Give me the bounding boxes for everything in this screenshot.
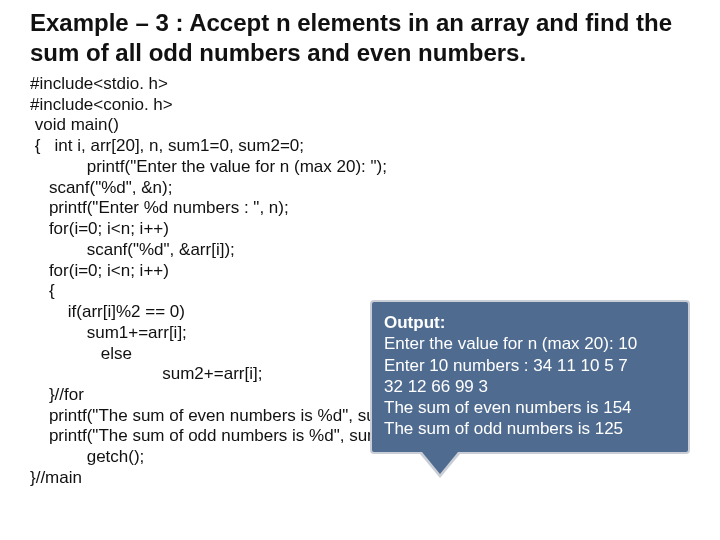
output-line: Enter 10 numbers : 34 11 10 5 7 [384, 355, 676, 376]
code-line: #include<stdio. h> [30, 74, 168, 93]
code-line: }//for [30, 385, 84, 404]
output-line: Enter the value for n (max 20): 10 [384, 333, 676, 354]
code-line: }//main [30, 468, 82, 487]
code-line: for(i=0; i<n; i++) [30, 261, 169, 280]
code-line: printf("The sum of even numbers is %d", … [30, 406, 410, 425]
code-line: printf("The sum of odd numbers is %d", s… [30, 426, 401, 445]
code-line: printf("Enter the value for n (max 20): … [30, 157, 387, 176]
code-line: { [30, 281, 55, 300]
code-line: void main() [30, 115, 119, 134]
code-line: printf("Enter %d numbers : ", n); [30, 198, 289, 217]
code-line: else [30, 344, 132, 363]
code-line: { int i, arr[20], n, sum1=0, sum2=0; [30, 136, 304, 155]
slide: Example – 3 : Accept n elements in an ar… [0, 0, 720, 540]
code-line: scanf("%d", &n); [30, 178, 172, 197]
output-label: Output: [384, 313, 445, 332]
output-line: 32 12 66 99 3 [384, 376, 676, 397]
code-line: sum2+=arr[i]; [30, 364, 262, 383]
callout-tail [422, 452, 458, 474]
code-line: scanf("%d", &arr[i]); [30, 240, 235, 259]
code-line: if(arr[i]%2 == 0) [30, 302, 185, 321]
output-callout: Output: Enter the value for n (max 20): … [370, 300, 690, 454]
output-line: The sum of odd numbers is 125 [384, 418, 676, 439]
code-line: getch(); [30, 447, 144, 466]
code-line: for(i=0; i<n; i++) [30, 219, 169, 238]
code-line: sum1+=arr[i]; [30, 323, 187, 342]
code-line: #include<conio. h> [30, 95, 173, 114]
output-line: The sum of even numbers is 154 [384, 397, 676, 418]
slide-title: Example – 3 : Accept n elements in an ar… [30, 8, 690, 68]
